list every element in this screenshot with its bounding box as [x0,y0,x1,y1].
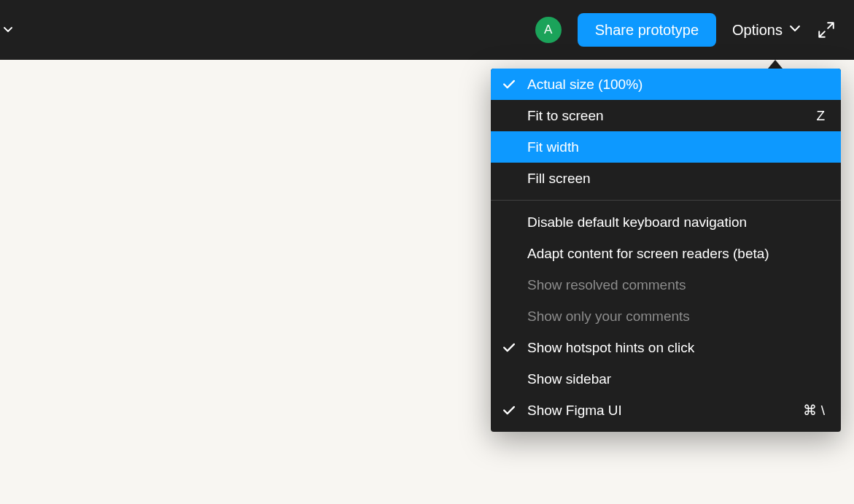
chevron-down-icon [4,27,12,33]
options-button-label: Options [732,22,783,39]
menu-item-label: Show only your comments [527,309,825,323]
menu-item-label: Fill screen [527,171,825,185]
menu-item-fit-to-screen[interactable]: Fit to screenZ [491,100,841,131]
menu-item-label: Show Figma UI [527,403,794,417]
avatar[interactable]: A [535,17,562,43]
dropdown-arrow [768,60,783,69]
share-button-label: Share prototype [595,22,699,38]
menu-item-fit-width[interactable]: Fit width [491,131,841,163]
avatar-initial: A [544,23,552,37]
check-icon [503,343,515,352]
menu-item-fill-screen[interactable]: Fill screen [491,163,841,194]
expand-icon [817,20,836,39]
menu-item-disable-default-keyboard-navigation[interactable]: Disable default keyboard navigation [491,206,841,238]
menu-item-shortcut: Z [816,109,825,123]
menu-item-label: Show hotspot hints on click [527,341,825,354]
menu-item-check [491,343,527,352]
toolbar-right: A Share prototype Options [535,13,836,47]
menu-item-label: Actual size (100%) [527,77,825,91]
share-prototype-button[interactable]: Share prototype [578,13,716,47]
menu-item-label: Show resolved comments [527,278,825,292]
menu-item-check [491,80,527,89]
menu-item-adapt-content-for-screen-readers-beta[interactable]: Adapt content for screen readers (beta) [491,238,841,269]
toolbar-menu-button[interactable] [1,23,15,36]
toolbar-left [1,23,15,36]
menu-item-label: Adapt content for screen readers (beta) [527,247,825,260]
check-icon [503,406,515,415]
menu-item-shortcut: ⌘ \ [803,403,825,417]
menu-item-show-only-your-comments: Show only your comments [491,301,841,332]
menu-separator [491,200,841,201]
check-icon [503,80,515,89]
menu-item-check [491,406,527,415]
options-button[interactable]: Options [732,22,800,39]
chevron-down-icon [790,25,800,32]
menu-item-show-resolved-comments: Show resolved comments [491,269,841,301]
menu-item-show-figma-ui[interactable]: Show Figma UI⌘ \ [491,395,841,426]
toolbar: A Share prototype Options [0,0,854,60]
menu-item-label: Fit to screen [527,109,807,123]
menu-item-label: Fit width [527,140,825,154]
menu-item-actual-size-100[interactable]: Actual size (100%) [491,69,841,100]
menu-item-show-sidebar[interactable]: Show sidebar [491,363,841,395]
menu-item-label: Show sidebar [527,372,825,386]
menu-item-show-hotspot-hints-on-click[interactable]: Show hotspot hints on click [491,332,841,363]
fullscreen-button[interactable] [816,20,836,40]
menu-item-label: Disable default keyboard navigation [527,215,825,229]
options-dropdown: Actual size (100%)Fit to screenZFit widt… [491,69,841,432]
